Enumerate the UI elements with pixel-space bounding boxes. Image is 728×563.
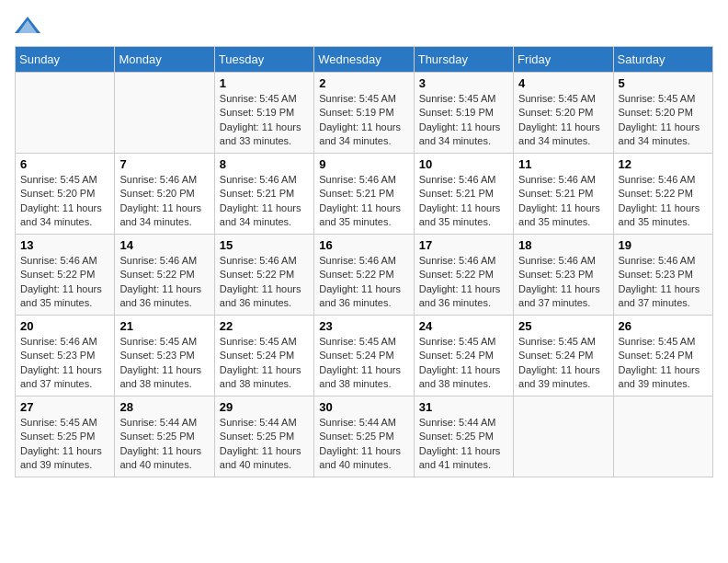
calendar-cell: 7Sunrise: 5:46 AM Sunset: 5:20 PM Daylig… [115,154,214,235]
cell-content: Sunrise: 5:45 AM Sunset: 5:20 PM Dayligh… [619,92,708,149]
day-number: 27 [20,400,109,414]
calendar-cell: 31Sunrise: 5:44 AM Sunset: 5:25 PM Dayli… [414,396,513,477]
page-header [15,15,713,35]
cell-content: Sunrise: 5:45 AM Sunset: 5:24 PM Dayligh… [518,335,608,392]
cell-content: Sunrise: 5:45 AM Sunset: 5:23 PM Dayligh… [119,335,209,392]
calendar-cell: 27Sunrise: 5:45 AM Sunset: 5:25 PM Dayli… [16,396,115,477]
calendar-cell [16,73,115,154]
calendar-cell: 2Sunrise: 5:45 AM Sunset: 5:19 PM Daylig… [314,73,414,154]
day-number: 10 [419,157,508,171]
calendar-day-header: Saturday [613,47,712,73]
calendar-day-header: Friday [514,47,613,73]
calendar-cell: 26Sunrise: 5:45 AM Sunset: 5:24 PM Dayli… [613,316,712,396]
calendar-cell: 9Sunrise: 5:46 AM Sunset: 5:21 PM Daylig… [314,154,414,235]
day-number: 12 [619,157,708,171]
cell-content: Sunrise: 5:45 AM Sunset: 5:24 PM Dayligh… [619,335,708,392]
cell-content: Sunrise: 5:44 AM Sunset: 5:25 PM Dayligh… [419,416,508,473]
cell-content: Sunrise: 5:45 AM Sunset: 5:24 PM Dayligh… [220,335,309,392]
cell-content: Sunrise: 5:46 AM Sunset: 5:22 PM Dayligh… [319,254,408,311]
calendar-cell [613,396,712,477]
day-number: 18 [518,238,608,252]
day-number: 15 [220,238,309,252]
calendar-table: SundayMondayTuesdayWednesdayThursdayFrid… [15,46,713,477]
day-number: 23 [319,319,408,333]
cell-content: Sunrise: 5:46 AM Sunset: 5:21 PM Dayligh… [220,173,309,230]
calendar-cell: 10Sunrise: 5:46 AM Sunset: 5:21 PM Dayli… [414,154,513,235]
calendar-cell: 13Sunrise: 5:46 AM Sunset: 5:22 PM Dayli… [16,235,115,316]
cell-content: Sunrise: 5:46 AM Sunset: 5:22 PM Dayligh… [220,254,309,311]
cell-content: Sunrise: 5:46 AM Sunset: 5:22 PM Dayligh… [20,254,109,311]
cell-content: Sunrise: 5:44 AM Sunset: 5:25 PM Dayligh… [319,416,408,473]
cell-content: Sunrise: 5:45 AM Sunset: 5:19 PM Dayligh… [419,92,508,149]
calendar-cell: 17Sunrise: 5:46 AM Sunset: 5:22 PM Dayli… [414,235,513,316]
cell-content: Sunrise: 5:46 AM Sunset: 5:23 PM Dayligh… [619,254,708,311]
calendar-cell: 28Sunrise: 5:44 AM Sunset: 5:25 PM Dayli… [115,396,214,477]
calendar-cell: 14Sunrise: 5:46 AM Sunset: 5:22 PM Dayli… [115,235,214,316]
cell-content: Sunrise: 5:45 AM Sunset: 5:19 PM Dayligh… [319,92,408,149]
calendar-cell: 20Sunrise: 5:46 AM Sunset: 5:23 PM Dayli… [16,316,115,396]
cell-content: Sunrise: 5:45 AM Sunset: 5:19 PM Dayligh… [220,92,309,149]
day-number: 13 [20,238,109,252]
calendar-cell [514,396,613,477]
calendar-week-row: 27Sunrise: 5:45 AM Sunset: 5:25 PM Dayli… [16,396,713,477]
day-number: 25 [518,319,608,333]
calendar-cell: 21Sunrise: 5:45 AM Sunset: 5:23 PM Dayli… [115,316,214,396]
day-number: 29 [220,400,309,414]
calendar-cell: 23Sunrise: 5:45 AM Sunset: 5:24 PM Dayli… [314,316,414,396]
cell-content: Sunrise: 5:44 AM Sunset: 5:25 PM Dayligh… [220,416,309,473]
cell-content: Sunrise: 5:45 AM Sunset: 5:24 PM Dayligh… [319,335,408,392]
day-number: 9 [319,157,408,171]
calendar-day-header: Sunday [16,47,115,73]
cell-content: Sunrise: 5:46 AM Sunset: 5:23 PM Dayligh… [20,335,109,392]
day-number: 26 [619,319,708,333]
day-number: 2 [319,76,408,90]
calendar-header-row: SundayMondayTuesdayWednesdayThursdayFrid… [16,47,713,73]
calendar-day-header: Wednesday [314,47,414,73]
cell-content: Sunrise: 5:46 AM Sunset: 5:22 PM Dayligh… [119,254,209,311]
cell-content: Sunrise: 5:45 AM Sunset: 5:20 PM Dayligh… [518,92,608,149]
cell-content: Sunrise: 5:46 AM Sunset: 5:23 PM Dayligh… [518,254,608,311]
cell-content: Sunrise: 5:46 AM Sunset: 5:21 PM Dayligh… [518,173,608,230]
cell-content: Sunrise: 5:45 AM Sunset: 5:20 PM Dayligh… [20,173,109,230]
day-number: 21 [119,319,209,333]
calendar-cell: 25Sunrise: 5:45 AM Sunset: 5:24 PM Dayli… [514,316,613,396]
day-number: 8 [220,157,309,171]
day-number: 31 [419,400,508,414]
day-number: 22 [220,319,309,333]
cell-content: Sunrise: 5:46 AM Sunset: 5:21 PM Dayligh… [419,173,508,230]
cell-content: Sunrise: 5:46 AM Sunset: 5:22 PM Dayligh… [619,173,708,230]
calendar-cell: 29Sunrise: 5:44 AM Sunset: 5:25 PM Dayli… [214,396,313,477]
calendar-cell: 11Sunrise: 5:46 AM Sunset: 5:21 PM Dayli… [514,154,613,235]
day-number: 5 [619,76,708,90]
calendar-day-header: Thursday [414,47,513,73]
calendar-cell: 3Sunrise: 5:45 AM Sunset: 5:19 PM Daylig… [414,73,513,154]
day-number: 3 [419,76,508,90]
day-number: 14 [119,238,209,252]
cell-content: Sunrise: 5:45 AM Sunset: 5:25 PM Dayligh… [20,416,109,473]
day-number: 4 [518,76,608,90]
calendar-cell: 19Sunrise: 5:46 AM Sunset: 5:23 PM Dayli… [613,235,712,316]
calendar-cell: 12Sunrise: 5:46 AM Sunset: 5:22 PM Dayli… [613,154,712,235]
calendar-cell: 18Sunrise: 5:46 AM Sunset: 5:23 PM Dayli… [514,235,613,316]
calendar-week-row: 13Sunrise: 5:46 AM Sunset: 5:22 PM Dayli… [16,235,713,316]
cell-content: Sunrise: 5:46 AM Sunset: 5:20 PM Dayligh… [119,173,209,230]
calendar-cell: 30Sunrise: 5:44 AM Sunset: 5:25 PM Dayli… [314,396,414,477]
cell-content: Sunrise: 5:44 AM Sunset: 5:25 PM Dayligh… [119,416,209,473]
calendar-week-row: 1Sunrise: 5:45 AM Sunset: 5:19 PM Daylig… [16,73,713,154]
day-number: 28 [119,400,209,414]
cell-content: Sunrise: 5:46 AM Sunset: 5:21 PM Dayligh… [319,173,408,230]
calendar-day-header: Monday [115,47,214,73]
calendar-cell: 8Sunrise: 5:46 AM Sunset: 5:21 PM Daylig… [214,154,313,235]
day-number: 16 [319,238,408,252]
day-number: 17 [419,238,508,252]
calendar-cell: 6Sunrise: 5:45 AM Sunset: 5:20 PM Daylig… [16,154,115,235]
calendar-cell: 1Sunrise: 5:45 AM Sunset: 5:19 PM Daylig… [214,73,313,154]
day-number: 1 [220,76,309,90]
calendar-cell: 4Sunrise: 5:45 AM Sunset: 5:20 PM Daylig… [514,73,613,154]
calendar-cell [115,73,214,154]
calendar-cell: 22Sunrise: 5:45 AM Sunset: 5:24 PM Dayli… [214,316,313,396]
generalblue-logo-icon [15,15,40,35]
calendar-week-row: 6Sunrise: 5:45 AM Sunset: 5:20 PM Daylig… [16,154,713,235]
day-number: 7 [119,157,209,171]
day-number: 6 [20,157,109,171]
